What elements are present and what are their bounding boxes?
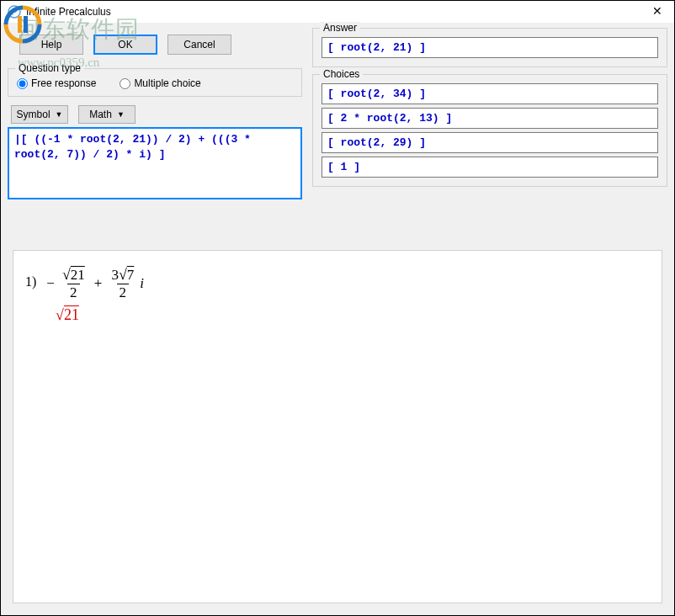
button-row: Help OK Cancel [8, 26, 302, 65]
expression-input[interactable]: |[ ((-1 * root(2, 21)) / 2) + (((3 * roo… [8, 127, 302, 199]
radio-multiple-choice[interactable]: Multiple choice [120, 77, 200, 89]
ok-button[interactable]: OK [93, 35, 157, 55]
window-title: Infinite Precalculus [26, 6, 111, 18]
choice-item[interactable]: [ root(2, 29) ] [322, 132, 658, 153]
choice-item[interactable]: [ 1 ] [322, 157, 658, 178]
math-dropdown-label: Math [89, 109, 112, 120]
radio-free-response-input[interactable] [17, 78, 28, 89]
choice-item[interactable]: [ 2 * root(2, 13) ] [322, 108, 658, 129]
app-icon: P [8, 5, 21, 19]
cancel-button[interactable]: Cancel [167, 35, 231, 55]
answer-legend: Answer [320, 22, 360, 34]
question-type-legend: Question type [15, 62, 84, 74]
svg-text:P: P [12, 8, 18, 17]
title-bar: P Infinite Precalculus ✕ [1, 1, 674, 23]
choices-group: Choices [ root(2, 34) ] [ 2 * root(2, 13… [312, 74, 667, 187]
question-formula: 1) − √21 2 + 3√7 2 i [25, 266, 650, 301]
radio-free-response-label: Free response [31, 77, 96, 89]
symbol-dropdown[interactable]: Symbol ▼ [11, 105, 68, 124]
close-icon[interactable]: ✕ [646, 3, 669, 19]
chevron-down-icon: ▼ [117, 110, 125, 119]
answer-preview: √21 [56, 306, 650, 324]
help-button[interactable]: Help [19, 35, 83, 55]
answer-value[interactable]: [ root(2, 21) ] [322, 37, 658, 58]
math-dropdown[interactable]: Math ▼ [78, 105, 136, 124]
chevron-down-icon: ▼ [56, 110, 63, 119]
symbol-dropdown-label: Symbol [17, 109, 50, 120]
preview-panel: 1) − √21 2 + 3√7 2 i √21 [13, 250, 662, 603]
choices-legend: Choices [320, 68, 363, 80]
radio-free-response[interactable]: Free response [17, 77, 96, 89]
radio-multiple-choice-input[interactable] [120, 78, 130, 89]
question-number: 1) [25, 266, 36, 289]
answer-group: Answer [ root(2, 21) ] [312, 28, 667, 67]
question-type-group: Question type Free response Multiple cho… [8, 68, 302, 97]
choice-item[interactable]: [ root(2, 34) ] [322, 83, 658, 104]
radio-multiple-choice-label: Multiple choice [134, 77, 200, 89]
